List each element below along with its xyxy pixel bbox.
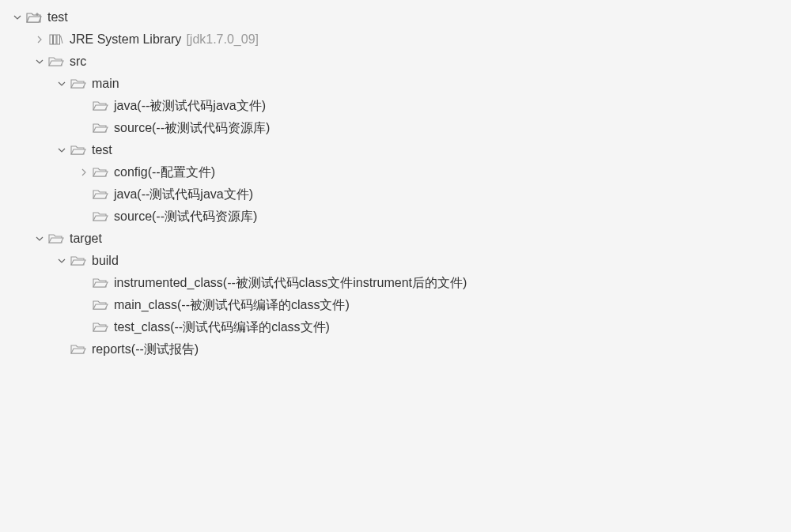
folder-open-icon xyxy=(92,121,109,135)
tree-row[interactable]: main_class(--被测试代码编译的class文件) xyxy=(78,294,791,316)
tree-node-target[interactable]: target xyxy=(33,228,791,360)
expand-collapse-icon[interactable] xyxy=(78,166,90,179)
tree-children: java(--被测试代码java文件) xyxy=(55,95,791,139)
folder-open-icon xyxy=(92,298,109,312)
folder-open-icon xyxy=(47,232,65,246)
tree-node-main-class[interactable]: main_class(--被测试代码编译的class文件) xyxy=(78,294,791,316)
tree-row[interactable]: JRE System Library [jdk1.7.0_09] xyxy=(33,28,791,51)
tree-label: instrumented_class(--被测试代码class文件instrum… xyxy=(114,275,467,292)
tree-row[interactable]: java(--被测试代码java文件) xyxy=(78,95,791,117)
svg-rect-2 xyxy=(57,35,60,44)
tree-row[interactable]: source(--测试代码资源库) xyxy=(78,206,791,228)
tree-label: src xyxy=(70,55,86,69)
expand-collapse-icon[interactable] xyxy=(55,77,68,90)
tree-label-suffix: [jdk1.7.0_09] xyxy=(186,32,259,47)
expand-collapse-icon[interactable] xyxy=(33,33,46,46)
tree-label: target xyxy=(70,232,102,246)
tree-row[interactable]: source(--被测试代码资源库) xyxy=(78,117,791,139)
tree-row[interactable]: instrumented_class(--被测试代码class文件instrum… xyxy=(78,272,791,294)
tree-row[interactable]: target xyxy=(33,228,791,250)
tree-node-config[interactable]: config(--配置文件) xyxy=(78,161,791,183)
tree-children: build xyxy=(33,250,791,360)
tree-children: config(--配置文件) xyxy=(55,161,791,228)
folder-open-icon xyxy=(70,77,87,91)
tree-row[interactable]: config(--配置文件) xyxy=(78,161,791,183)
tree-children: main xyxy=(33,73,791,228)
folder-open-icon xyxy=(92,187,109,202)
svg-rect-0 xyxy=(50,35,53,44)
folder-open-icon xyxy=(70,143,87,157)
tree-label: JRE System Library xyxy=(70,32,181,47)
folder-open-icon xyxy=(92,320,109,334)
tree-node-java-main[interactable]: java(--被测试代码java文件) xyxy=(78,95,791,117)
tree-label: java(--被测试代码java文件) xyxy=(114,98,266,115)
tree-label: main_class(--被测试代码编译的class文件) xyxy=(114,297,350,314)
expand-collapse-icon[interactable] xyxy=(33,55,46,68)
tree-node-instrumented[interactable]: instrumented_class(--被测试代码class文件instrum… xyxy=(78,272,791,294)
folder-open-icon xyxy=(92,276,109,290)
tree-node-src[interactable]: src xyxy=(33,51,791,228)
tree-node-test[interactable]: test JRE Sys xyxy=(11,6,791,360)
tree-label: config(--配置文件) xyxy=(114,164,215,181)
folder-open-icon xyxy=(70,254,87,268)
tree-label: test_class(--测试代码编译的class文件) xyxy=(114,319,330,336)
tree-children: instrumented_class(--被测试代码class文件instrum… xyxy=(55,272,791,338)
tree-node-build[interactable]: build xyxy=(55,250,791,338)
tree-label: java(--测试代码java文件) xyxy=(114,187,253,203)
tree-label: build xyxy=(92,254,119,268)
tree-row[interactable]: test xyxy=(55,139,791,161)
tree-label: source(--测试代码资源库) xyxy=(114,209,257,225)
folder-open-icon xyxy=(70,342,87,357)
tree-node-source-main[interactable]: source(--被测试代码资源库) xyxy=(78,117,791,139)
tree-label: test xyxy=(92,143,112,157)
expand-collapse-icon[interactable] xyxy=(55,144,68,157)
tree-node-main[interactable]: main xyxy=(55,73,791,139)
expand-collapse-icon[interactable] xyxy=(33,232,46,245)
tree-node-test-class[interactable]: test_class(--测试代码编译的class文件) xyxy=(78,316,791,338)
tree-label: source(--被测试代码资源库) xyxy=(114,120,270,137)
svg-line-3 xyxy=(61,36,63,43)
tree-node-test-inner[interactable]: test xyxy=(55,139,791,228)
tree-node-java-test[interactable]: java(--测试代码java文件) xyxy=(78,183,791,206)
folder-open-icon xyxy=(92,209,109,224)
folder-open-icon xyxy=(92,165,109,179)
tree-label: test xyxy=(47,10,68,25)
project-tree: test JRE Sys xyxy=(0,6,791,360)
project-icon xyxy=(25,10,43,25)
tree-label: reports(--测试报告) xyxy=(92,341,199,358)
tree-node-source-test[interactable]: source(--测试代码资源库) xyxy=(78,206,791,228)
tree-row[interactable]: main xyxy=(55,73,791,95)
tree-row[interactable]: test_class(--测试代码编译的class文件) xyxy=(78,316,791,338)
tree-row[interactable]: test xyxy=(11,6,791,28)
tree-children: JRE System Library [jdk1.7.0_09] xyxy=(11,28,791,360)
tree-label: main xyxy=(92,77,119,91)
expand-collapse-icon[interactable] xyxy=(11,11,24,24)
tree-row[interactable]: reports(--测试报告) xyxy=(55,338,791,360)
tree-node-jre[interactable]: JRE System Library [jdk1.7.0_09] xyxy=(33,28,791,51)
library-icon xyxy=(47,32,65,47)
tree-node-reports[interactable]: reports(--测试报告) xyxy=(55,338,791,360)
svg-rect-1 xyxy=(54,35,57,44)
folder-open-icon xyxy=(47,55,65,69)
tree-row[interactable]: java(--测试代码java文件) xyxy=(78,183,791,206)
folder-open-icon xyxy=(92,99,109,113)
expand-collapse-icon[interactable] xyxy=(55,255,68,267)
tree-row[interactable]: src xyxy=(33,51,791,73)
tree-row[interactable]: build xyxy=(55,250,791,272)
